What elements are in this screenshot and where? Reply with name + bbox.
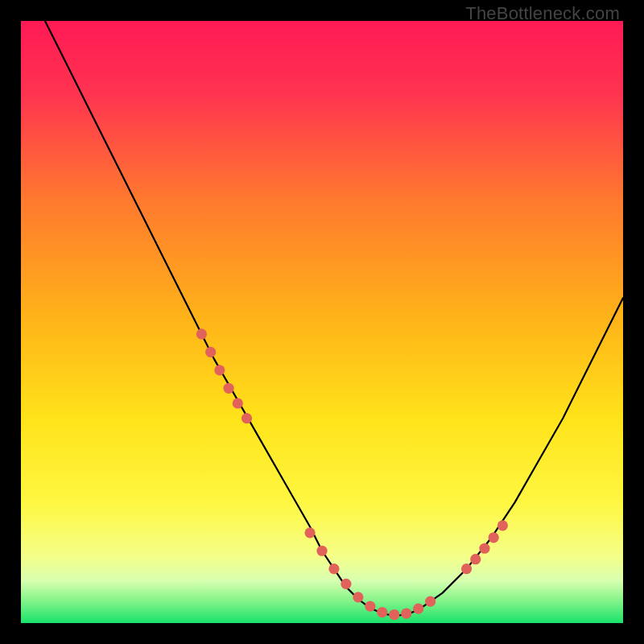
highlight-dot [316, 546, 327, 556]
highlight-dot [205, 347, 216, 357]
bottleneck-chart [21, 21, 623, 623]
highlight-dot [341, 579, 351, 589]
highlight-dot [328, 564, 339, 574]
highlight-dot [413, 603, 423, 613]
highlight-dot [377, 607, 387, 617]
highlight-dot [353, 592, 363, 602]
watermark-text: TheBottleneck.com [465, 3, 620, 24]
highlight-dot [479, 543, 489, 554]
gradient-background [21, 21, 623, 623]
highlight-dot [401, 608, 411, 618]
highlight-dot [196, 328, 207, 339]
highlight-dot [214, 365, 225, 375]
highlight-dot [497, 520, 508, 530]
chart-frame [21, 21, 623, 623]
highlight-dot [242, 413, 252, 423]
highlight-dot [304, 527, 315, 538]
highlight-dot [233, 398, 243, 408]
highlight-dot [365, 601, 375, 611]
highlight-dot [389, 609, 399, 620]
highlight-dot [470, 554, 481, 564]
highlight-dot [461, 564, 472, 574]
highlight-dot [489, 532, 499, 543]
highlight-dot [425, 596, 436, 606]
highlight-dot [223, 383, 233, 394]
